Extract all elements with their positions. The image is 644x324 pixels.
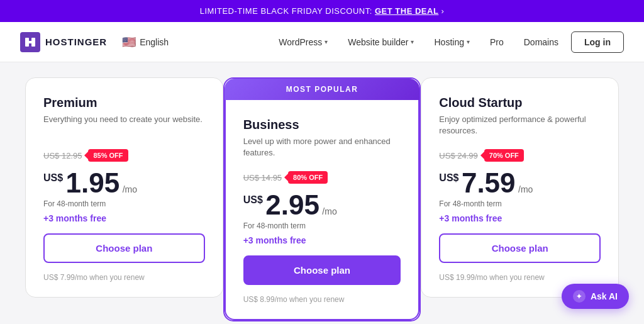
logo-icon (20, 32, 40, 52)
price-per: /mo (123, 184, 137, 194)
price-term: For 48-month term (439, 199, 601, 208)
nav-pro[interactable]: Pro (482, 32, 511, 52)
renew-price: US$ 7.99/mo when you renew (43, 273, 205, 282)
price-display: US$ 2.95 /mo (243, 191, 401, 219)
plan-name: Premium (43, 96, 205, 110)
price-currency: US$ (43, 172, 63, 183)
plan-name: Cloud Startup (439, 96, 601, 110)
original-price: US$ 12.95 (43, 151, 82, 160)
language-selector[interactable]: 🇺🇸 English (122, 35, 169, 49)
plan-card-cloud-startup: Cloud Startup Enjoy optimized performanc… (421, 77, 619, 298)
language-label: English (140, 37, 169, 47)
price-currency: US$ (243, 194, 263, 205)
ai-icon: ✦ (573, 290, 586, 303)
original-price: US$ 14.95 (243, 173, 282, 182)
main-nav: WordPress ▾ Website builder ▾ Hosting ▾ … (271, 31, 624, 53)
price-per: /mo (322, 206, 336, 216)
price-row: US$ 24.99 70% OFF (439, 149, 601, 162)
chevron-down-icon: ▾ (411, 38, 414, 45)
chevron-down-icon: ▾ (325, 38, 328, 45)
renew-price: US$ 8.99/mo when you renew (243, 295, 401, 304)
nav-wordpress[interactable]: WordPress ▾ (271, 32, 335, 52)
flag-icon: 🇺🇸 (122, 35, 136, 49)
price-term: For 48-month term (43, 199, 205, 208)
plan-description: Enjoy optimized performance & powerful r… (439, 114, 601, 137)
months-free: +3 months free (43, 213, 205, 223)
original-price: US$ 24.99 (439, 151, 477, 160)
nav-hosting[interactable]: Hosting ▾ (426, 32, 477, 52)
plan-card-business: Business Level up with more power and en… (225, 100, 420, 320)
pricing-grid: Premium Everything you need to create yo… (25, 77, 619, 321)
choose-plan-button-business[interactable]: Choose plan (243, 255, 401, 285)
ai-button-label: Ask AI (591, 291, 618, 301)
promo-banner: LIMITED-TIME BLACK FRIDAY DISCOUNT: GET … (0, 0, 644, 22)
price-amount: 1.95 (66, 167, 120, 198)
pricing-section: Premium Everything you need to create yo… (0, 62, 644, 324)
nav-domains[interactable]: Domains (516, 32, 566, 52)
site-header: HOSTINGER 🇺🇸 English WordPress ▾ Website… (0, 22, 644, 62)
price-display: US$ 7.59 /mo (439, 169, 601, 197)
logo-area: HOSTINGER (20, 32, 107, 52)
discount-badge: 80% OFF (288, 171, 328, 184)
price-term: For 48-month term (243, 221, 401, 230)
discount-badge: 70% OFF (484, 149, 524, 162)
login-button[interactable]: Log in (571, 31, 624, 53)
plan-name: Business (243, 118, 401, 132)
nav-website-builder[interactable]: Website builder ▾ (340, 32, 421, 52)
ask-ai-button[interactable]: ✦ Ask AI (562, 284, 629, 309)
chevron-down-icon: ▾ (467, 38, 470, 45)
plan-card-premium: Premium Everything you need to create yo… (25, 77, 223, 298)
svg-rect-2 (28, 41, 33, 43)
renew-price: US$ 19.99/mo when you renew (439, 273, 601, 282)
price-row: US$ 12.95 85% OFF (43, 149, 205, 162)
price-amount: 2.95 (265, 189, 319, 220)
plan-card-business-wrapper: MOST POPULAR Business Level up with more… (223, 77, 421, 321)
hostinger-logo-svg (24, 36, 36, 48)
price-currency: US$ (439, 172, 458, 183)
popular-badge: MOST POPULAR (225, 79, 420, 100)
discount-badge: 85% OFF (88, 149, 128, 162)
choose-plan-button-cloud-startup[interactable]: Choose plan (439, 233, 601, 263)
banner-arrow: › (441, 6, 444, 16)
plan-description: Everything you need to create your websi… (43, 114, 205, 137)
choose-plan-button-premium[interactable]: Choose plan (43, 233, 205, 263)
price-display: US$ 1.95 /mo (43, 169, 205, 197)
plan-description: Level up with more power and enhanced fe… (243, 136, 401, 159)
months-free: +3 months free (439, 213, 601, 223)
months-free: +3 months free (243, 235, 401, 245)
banner-link[interactable]: GET THE DEAL (375, 6, 438, 16)
price-row: US$ 14.95 80% OFF (243, 171, 401, 184)
banner-text: LIMITED-TIME BLACK FRIDAY DISCOUNT: (200, 6, 372, 16)
logo-text: HOSTINGER (45, 36, 107, 47)
price-amount: 7.59 (462, 167, 516, 198)
price-per: /mo (518, 184, 533, 194)
